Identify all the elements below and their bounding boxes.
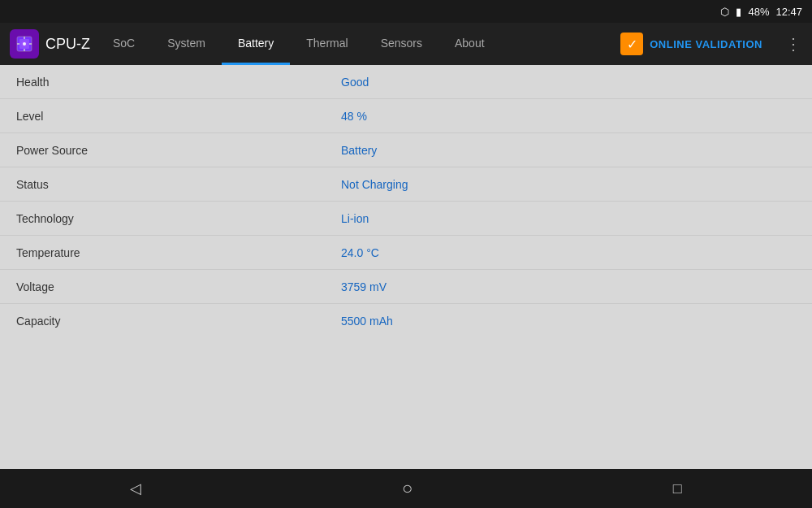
row-value: 5500 mAh [341,315,393,328]
row-label: Level [16,110,341,123]
table-row: Status Not Charging [0,167,812,202]
status-time: 12:47 [775,6,802,18]
app-logo: CPU-Z [0,23,97,65]
status-bar: ⬡ ▮ 48% 12:47 [0,0,812,23]
row-label: Power Source [16,144,341,157]
tab-about[interactable]: About [438,23,501,65]
table-row: Voltage 3759 mV [0,270,812,304]
table-row: Level 48 % [0,99,812,133]
recents-button[interactable]: □ [641,474,715,504]
row-label: Status [16,178,341,191]
battery-info-table: Health Good Level 48 % Power Source Batt… [0,65,812,338]
battery-percent: 48% [748,6,769,18]
row-value: Li-ion [341,212,369,225]
row-label: Technology [16,212,341,225]
online-validation-button[interactable]: ✓ ONLINE VALIDATION [607,23,775,65]
table-row: Capacity 5500 mAh [0,304,812,338]
tab-sensors[interactable]: Sensors [365,23,438,65]
app-logo-icon [10,29,39,59]
row-value: Not Charging [341,178,408,191]
tab-soc[interactable]: SoC [97,23,151,65]
bottom-nav-bar: ◁ ○ □ [0,469,812,508]
tab-battery[interactable]: Battery [222,23,290,65]
tab-thermal[interactable]: Thermal [290,23,364,65]
row-value: 48 % [341,110,367,123]
row-label: Health [16,76,341,89]
app-title: CPU-Z [45,36,90,53]
svg-rect-7 [23,42,26,46]
row-value: Battery [341,144,377,157]
back-button[interactable]: ◁ [97,473,174,504]
tab-system[interactable]: System [151,23,222,65]
table-row: Power Source Battery [0,133,812,167]
menu-button[interactable]: ⋮ [775,23,812,65]
row-value: Good [341,76,369,89]
content-area: Health Good Level 48 % Power Source Batt… [0,65,812,469]
row-value: 24.0 °C [341,246,379,259]
nav-bar: CPU-Z SoC System Battery Thermal Sensors… [0,23,812,65]
home-button[interactable]: ○ [369,471,445,506]
table-row: Temperature 24.0 °C [0,236,812,270]
table-row: Technology Li-ion [0,202,812,236]
tabs-container: SoC System Battery Thermal Sensors About [97,23,607,65]
validation-label: ONLINE VALIDATION [650,38,762,50]
row-value: 3759 mV [341,280,387,293]
validation-icon: ✓ [620,33,643,55]
table-row: Health Good [0,65,812,99]
row-label: Capacity [16,315,341,328]
battery-icon: ▮ [736,6,741,18]
bluetooth-icon: ⬡ [720,6,729,18]
row-label: Voltage [16,280,341,293]
row-label: Temperature [16,246,341,259]
